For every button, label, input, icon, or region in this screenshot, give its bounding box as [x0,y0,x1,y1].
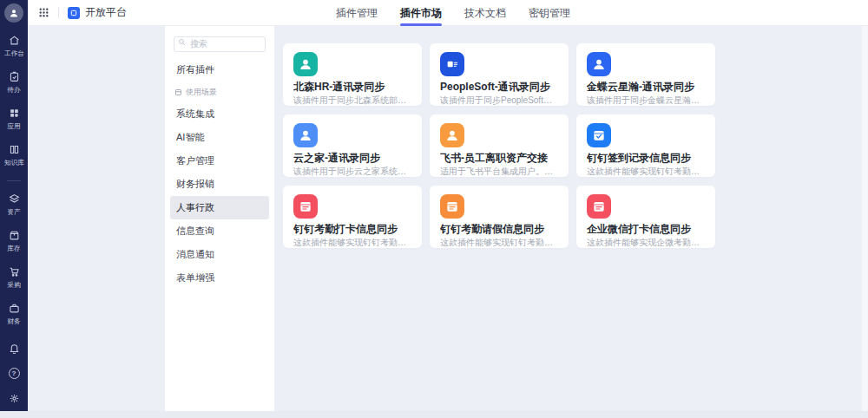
plugin-icon [293,123,318,147]
bell-icon[interactable] [9,343,20,354]
category-item-hr-admin[interactable]: 人事行政 [170,196,269,219]
plugin-card-feishu-asset[interactable]: 飞书-员工离职资产交接 适用于飞书平台集成用户。当有员工在飞书 [430,114,569,177]
plugin-title: 企业微信打卡信息同步 [587,223,705,235]
contacts-person-icon [299,128,312,142]
rail-item-inventory[interactable]: 库存 [0,230,28,254]
contacts-person-icon [592,57,606,71]
rail-item-label: 工作台 [3,49,23,58]
category-item-crm[interactable]: 客户管理 [170,149,269,173]
book-icon [9,144,20,155]
rail-item-apps[interactable]: 应用 [0,108,28,132]
rail-item-assets[interactable]: 资产 [0,193,28,218]
topbar: 开放平台 插件管理 插件市场 技术文档 密钥管理 [28,0,868,26]
rail-item-knowledge[interactable]: 知识库 [0,144,28,168]
category-item-form-enhance[interactable]: 表单增强 [170,266,269,290]
category-section-header: 使用场景 [165,83,274,102]
rail-item-finance[interactable]: 财务 [0,303,28,327]
tab-key-management[interactable]: 密钥管理 [529,0,570,26]
home-icon [9,35,20,46]
category-item-notification[interactable]: 消息通知 [170,243,269,266]
rail-item-label: 知识库 [3,158,23,167]
horizontal-scrollbar[interactable] [0,411,868,418]
rail-item-label: 采购 [7,280,20,290]
rail-item-workbench[interactable]: 工作台 [0,35,28,59]
plugin-title: 钉钉签到记录信息同步 [587,152,705,164]
plugin-title: 云之家-通讯录同步 [293,152,411,164]
plugin-card-yunzhijia[interactable]: 云之家-通讯录同步 该插件用于同步云之家系统部门信息、人员 [283,114,422,177]
plugin-card-kingdee[interactable]: 金蝶云星瀚-通讯录同步 该插件用于同步金蝶云星瀚部门信息、人员 [576,43,715,106]
tab-plugin-market[interactable]: 插件市场 [400,0,442,26]
category-item-info-query[interactable]: 信息查询 [170,219,269,243]
plugin-icon [587,123,611,147]
plugin-title: 钉钉考勤请假信息同步 [440,223,558,235]
plugin-desc: 这款插件能够实现钉钉考勤系统中的打卡数据 [293,238,411,248]
plugin-icon [440,52,464,76]
vertical-scrollbar[interactable] [862,26,868,411]
plugin-icon [587,52,611,76]
rail-item-label: 待办 [7,85,20,95]
waffle-menu-icon[interactable] [38,7,49,18]
plugin-desc: 这款插件能够实现钉钉考勤系统中的请假数据 [440,238,558,248]
plugin-desc: 这款插件能够实现钉钉考勤系统中签到数据 [587,167,705,177]
category-item-ai[interactable]: AI智能 [170,126,269,149]
plugin-icon [440,123,464,147]
search-input[interactable] [174,36,266,52]
search-icon [178,38,186,46]
category-item-finance[interactable]: 财务报销 [170,173,269,196]
user-avatar[interactable] [4,3,23,23]
plugin-title: 钉钉考勤打卡信息同步 [293,223,411,235]
peoplesoft-logo-icon [445,57,459,71]
category-all-plugins[interactable]: 所有插件 [165,59,274,82]
left-nav-rail: 工作台 待办 应用 知识库 资产 库存 采购 财务 ? [0,0,28,411]
plugin-card-beisen-hr[interactable]: 北森HR-通讯录同步 该插件用于同步北森系统部门信息、人员信息 [283,43,422,106]
plugin-icon [293,194,318,219]
plugin-card-dingtalk-checkin[interactable]: 钉钉签到记录信息同步 这款插件能够实现钉钉考勤系统中签到数据 [576,114,715,177]
calendar-icon [592,199,606,213]
calendar-check-icon [592,128,606,142]
rail-item-label: 应用 [7,121,20,131]
calendar-icon [299,199,312,213]
rail-item-label: 库存 [7,244,20,253]
plugin-card-dingtalk-punch[interactable]: 钉钉考勤打卡信息同步 这款插件能够实现钉钉考勤系统中的打卡数据 [283,186,422,248]
gear-icon[interactable] [9,393,20,404]
app-title: 开放平台 [85,5,127,20]
plugin-icon [587,194,611,219]
box-icon [9,230,20,241]
rail-item-todo[interactable]: 待办 [0,71,28,95]
plugin-title: PeopleSoft-通讯录同步 [440,81,558,93]
plugin-card-grid: 北森HR-通讯录同步 该插件用于同步北森系统部门信息、人员信息 PeopleSo… [283,43,715,248]
plugin-card-peoplesoft[interactable]: PeopleSoft-通讯录同步 该插件用于同步PeopleSoft通讯录信息、… [430,43,569,106]
briefcase-icon [9,303,20,314]
search-box [174,35,266,52]
tab-tech-docs[interactable]: 技术文档 [464,0,506,26]
plugin-title: 飞书-员工离职资产交接 [440,152,558,164]
plugin-desc: 这款插件能够实现企微考勤系统中的打卡数据 [587,238,705,248]
help-icon[interactable]: ? [9,368,20,379]
main-content: 所有插件 使用场景 系统集成 AI智能 客户管理 财务报销 人事行政 信息查询 … [28,26,868,411]
plugin-desc: 该插件用于同步金蝶云星瀚部门信息、人员 [587,95,705,106]
topbar-divider [58,7,59,18]
top-tabs: 插件管理 插件市场 技术文档 密钥管理 [336,0,570,26]
rail-item-purchase[interactable]: 采购 [0,266,28,291]
plugin-card-dingtalk-leave[interactable]: 钉钉考勤请假信息同步 这款插件能够实现钉钉考勤系统中的请假数据 [430,186,569,248]
tab-plugin-management[interactable]: 插件管理 [336,0,378,26]
calendar-icon [445,199,459,213]
plugin-title: 北森HR-通讯录同步 [293,81,411,93]
clipboard-check-icon [9,71,20,82]
contacts-person-icon [299,57,312,71]
logo-glyph [70,10,77,16]
plugin-title: 金蝶云星瀚-通讯录同步 [587,81,705,93]
cart-icon [9,266,20,278]
apps-grid-icon [9,108,20,119]
plugin-icon [440,194,464,219]
rail-item-label: 资产 [7,207,20,217]
rail-bottom-icons: ? [0,343,28,404]
rail-item-label: 财务 [7,317,20,326]
plugin-desc: 该插件用于同步云之家系统部门信息、人员 [293,167,411,177]
plugin-icon [293,52,318,76]
category-item-system-integration[interactable]: 系统集成 [170,102,269,126]
category-panel: 所有插件 使用场景 系统集成 AI智能 客户管理 财务报销 人事行政 信息查询 … [165,26,274,411]
person-icon [9,8,19,18]
plugin-desc: 该插件用于同步PeopleSoft通讯录信息、部门 [440,95,558,106]
plugin-card-wecom-punch[interactable]: 企业微信打卡信息同步 这款插件能够实现企微考勤系统中的打卡数据 [576,186,715,248]
